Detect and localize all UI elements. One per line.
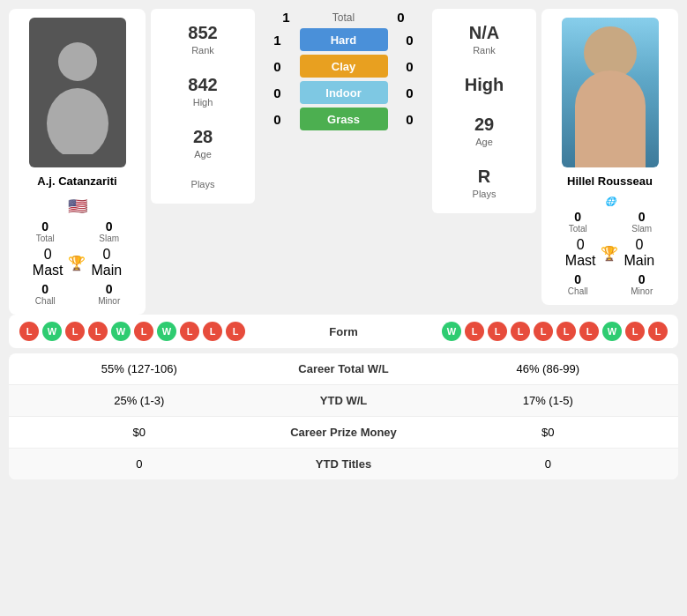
prize-label: Career Prize Money xyxy=(256,426,432,439)
left-age-val: 28 xyxy=(193,127,213,147)
left-trophy-row: 0Mast 🏆 0Main xyxy=(18,247,137,278)
left-form-badges: LWLLWLWLLL xyxy=(19,322,245,341)
titles-row: 0 YTD Titles 0 xyxy=(9,449,678,479)
hard-row: 1 Hard 0 xyxy=(260,28,427,51)
right-mast-lbl: Mast xyxy=(565,253,596,269)
form-badge-l: L xyxy=(511,322,530,341)
right-trophy-icon: 🏆 xyxy=(601,245,618,262)
total-row: 1 Total 0 xyxy=(260,9,427,25)
left-plays-box: Plays xyxy=(154,172,251,197)
right-high-box: High xyxy=(436,68,533,102)
right-trophy-row: 0Mast 🏆 0Main xyxy=(550,237,669,269)
career-stats-table: 55% (127-106) Career Total W/L 46% (86-9… xyxy=(9,353,678,479)
form-badge-w: W xyxy=(602,322,622,341)
right-player-name: Hillel Rousseau xyxy=(567,174,653,188)
right-form-badges: WLLLLLLWLL xyxy=(442,322,668,341)
left-chall-val: 0 xyxy=(41,282,49,296)
form-badge-w: W xyxy=(157,322,176,341)
right-rank-box: N/A Rank xyxy=(436,16,533,63)
titles-left: 0 xyxy=(23,457,256,471)
right-main-lbl: Main xyxy=(624,253,654,269)
right-plays-val: R xyxy=(478,167,490,187)
indoor-left-score: 0 xyxy=(265,85,291,100)
right-bottom-stats: 0Chall 0Minor xyxy=(550,272,669,296)
hard-right-score: 0 xyxy=(397,33,423,48)
form-badge-l: L xyxy=(203,322,222,341)
right-total-lbl: Total xyxy=(569,224,587,234)
form-badge-l: L xyxy=(465,322,484,341)
titles-right: 0 xyxy=(432,457,665,471)
left-main-lbl: Main xyxy=(91,263,122,278)
form-badge-l: L xyxy=(579,322,599,341)
form-badge-l: L xyxy=(556,322,576,341)
titles-label: YTD Titles xyxy=(256,457,432,471)
form-badge-l: L xyxy=(488,322,507,341)
indoor-right-score: 0 xyxy=(397,85,423,100)
left-trophy-icon: 🏆 xyxy=(68,255,86,271)
right-chall-lbl: Chall xyxy=(568,286,588,296)
left-bottom-stats: 0Chall 0Minor xyxy=(18,282,137,306)
right-minor-lbl: Minor xyxy=(631,286,653,296)
indoor-badge: Indoor xyxy=(300,81,388,104)
right-center-stats: N/A Rank High 29 Age R Plays xyxy=(432,9,536,213)
prize-row: $0 Career Prize Money $0 xyxy=(9,417,678,449)
right-high-val: High xyxy=(465,75,504,95)
left-slam-lbl: Slam xyxy=(99,234,119,243)
form-badge-w: W xyxy=(42,322,62,341)
right-slam-lbl: Slam xyxy=(631,224,652,234)
grass-row: 0 Grass 0 xyxy=(260,108,427,130)
right-minor-val: 0 xyxy=(638,272,646,286)
form-badge-l: L xyxy=(625,322,645,341)
left-rank-box: 852 Rank xyxy=(154,16,251,63)
left-player-photo xyxy=(29,18,126,167)
left-high-lbl: High xyxy=(193,97,213,108)
left-player-name: A.j. Catanzariti xyxy=(37,174,116,188)
form-badge-w: W xyxy=(111,322,131,341)
right-player-card: Hillel Rousseau 🌐 0Total 0Slam 0Mast 🏆 0… xyxy=(541,9,678,305)
ytd-wl-left: 25% (1-3) xyxy=(23,394,256,407)
right-player-flag: 🌐 xyxy=(605,197,616,206)
right-age-lbl: Age xyxy=(475,137,493,147)
left-mast-lbl: Mast xyxy=(33,263,63,278)
left-high-val: 842 xyxy=(188,75,217,95)
left-main-val: 0 xyxy=(102,247,110,263)
right-chall-val: 0 xyxy=(574,272,581,286)
grass-left-score: 0 xyxy=(265,112,291,127)
grass-right-score: 0 xyxy=(397,112,423,127)
career-total-wl-right: 46% (86-99) xyxy=(432,362,665,375)
left-stats-grid: 0Total 0Slam xyxy=(18,219,137,243)
left-rank-val: 852 xyxy=(188,23,217,43)
form-badge-l: L xyxy=(88,322,108,341)
left-total-lbl: Total xyxy=(36,234,55,243)
left-mast-val: 0 xyxy=(44,247,52,263)
left-high-box: 842 High xyxy=(154,68,251,115)
right-stats-grid: 0Total 0Slam xyxy=(550,210,669,234)
total-right-score: 0 xyxy=(388,10,414,25)
form-badge-l: L xyxy=(134,322,153,341)
right-rank-lbl: Rank xyxy=(473,45,496,56)
svg-point-1 xyxy=(47,88,108,154)
total-label: Total xyxy=(332,11,355,24)
form-label: Form xyxy=(329,325,358,338)
hard-badge: Hard xyxy=(300,28,388,51)
left-total-val: 0 xyxy=(41,219,49,234)
right-age-val: 29 xyxy=(474,115,494,135)
right-rank-val: N/A xyxy=(469,23,499,43)
center-surfaces: 1 Total 0 1 Hard 0 0 Clay 0 xyxy=(260,9,427,130)
indoor-label: Indoor xyxy=(325,86,361,100)
left-player-flag: 🇺🇸 xyxy=(68,197,87,216)
form-badge-l: L xyxy=(226,322,245,341)
left-age-lbl: Age xyxy=(194,149,212,160)
prize-left: $0 xyxy=(23,426,256,439)
form-badge-l: L xyxy=(19,322,39,341)
career-total-wl-label: Career Total W/L xyxy=(256,362,432,375)
form-badge-l: L xyxy=(648,322,668,341)
ytd-wl-label: YTD W/L xyxy=(256,394,432,407)
right-slam-val: 0 xyxy=(638,210,646,224)
right-plays-box: R Plays xyxy=(436,160,533,206)
app-container: A.j. Catanzariti 🇺🇸 0Total 0Slam 0Mast 🏆… xyxy=(0,0,687,488)
right-player-photo xyxy=(562,18,659,167)
clay-row: 0 Clay 0 xyxy=(260,55,427,78)
ytd-wl-right: 17% (1-5) xyxy=(432,394,665,407)
career-total-wl-left: 55% (127-106) xyxy=(23,362,256,375)
